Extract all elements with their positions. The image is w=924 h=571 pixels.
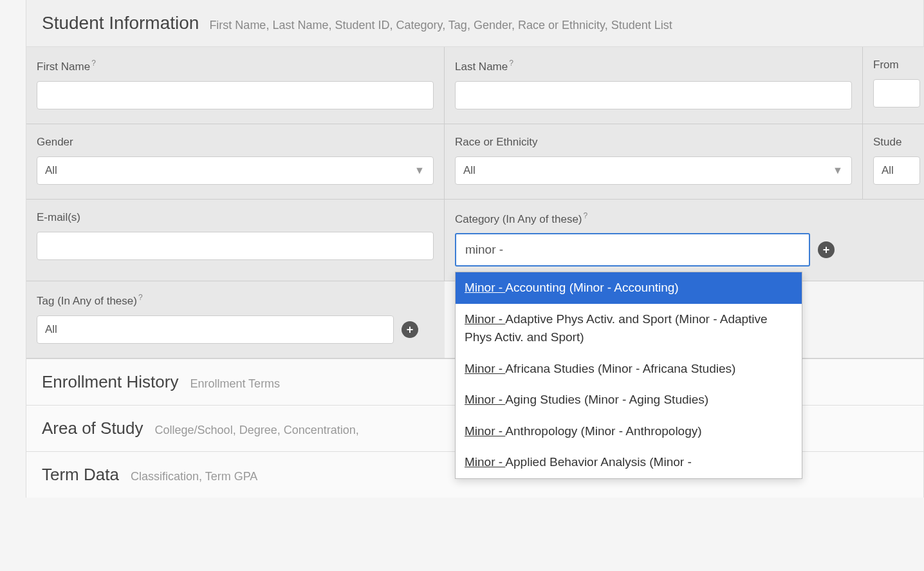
field-student-list: Stude All — [863, 124, 924, 200]
first-name-input[interactable] — [37, 81, 434, 109]
section-subtitle: College/School, Degree, Concentration, — [155, 424, 359, 437]
field-email: E-mail(s) — [26, 200, 445, 282]
field-category: Category (In Any of these)? Minor - Acco… — [445, 200, 924, 282]
dropdown-option[interactable]: Minor - Applied Behavior Analysis (Minor… — [456, 447, 802, 478]
field-tag: Tag (In Any of these)? All + — [26, 281, 445, 359]
help-icon[interactable]: ? — [584, 211, 588, 220]
plus-icon: + — [823, 244, 830, 256]
student-list-label: Stude — [873, 136, 901, 149]
section-subtitle: First Name, Last Name, Student ID, Categ… — [209, 19, 672, 32]
race-select[interactable]: All — [455, 156, 852, 185]
help-icon[interactable]: ? — [91, 59, 96, 68]
dropdown-option[interactable]: Minor - Adaptive Phys Activ. and Sport (… — [456, 304, 802, 353]
dropdown-option[interactable]: Minor - Africana Studies (Minor - Africa… — [456, 353, 802, 385]
category-label: Category (In Any of these)? — [455, 211, 587, 226]
plus-icon: + — [407, 324, 414, 335]
race-label: Race or Ethnicity — [455, 136, 538, 149]
section-title: Student Information — [42, 13, 199, 33]
dropdown-option[interactable]: Minor - Anthropology (Minor - Anthropolo… — [456, 416, 802, 447]
tag-label: Tag (In Any of these)? — [37, 293, 143, 308]
tag-select[interactable]: All — [37, 315, 394, 344]
field-from: From — [863, 47, 924, 124]
add-tag-button[interactable]: + — [402, 321, 418, 338]
section-title: Area of Study — [42, 418, 143, 438]
email-input[interactable] — [37, 232, 434, 260]
last-name-input[interactable] — [455, 81, 852, 109]
section-student-information[interactable]: Student Information First Name, Last Nam… — [26, 0, 924, 47]
help-icon[interactable]: ? — [138, 293, 143, 302]
section-subtitle: Enrollment Terms — [190, 377, 280, 391]
gender-select[interactable]: All — [37, 156, 434, 185]
dropdown-option[interactable]: Minor - Aging Studies (Minor - Aging Stu… — [456, 384, 802, 416]
student-info-fields: First Name? Last Name? From Gender All ▼ — [26, 47, 924, 359]
field-gender: Gender All ▼ — [26, 124, 445, 200]
from-input[interactable] — [873, 79, 920, 108]
category-input[interactable] — [455, 233, 810, 267]
section-title: Term Data — [42, 465, 119, 485]
field-first-name: First Name? — [26, 47, 445, 124]
student-list-select[interactable]: All — [873, 156, 920, 185]
email-label: E-mail(s) — [37, 211, 80, 224]
category-dropdown[interactable]: Minor - Accounting (Minor - Accounting)M… — [455, 272, 802, 479]
add-category-button[interactable]: + — [818, 241, 835, 258]
from-label: From — [873, 59, 899, 71]
last-name-label: Last Name? — [455, 59, 513, 73]
help-icon[interactable]: ? — [509, 59, 513, 68]
dropdown-option[interactable]: Minor - Accounting (Minor - Accounting) — [456, 272, 802, 304]
section-title: Enrollment History — [42, 372, 178, 392]
gender-label: Gender — [37, 136, 73, 149]
first-name-label: First Name? — [37, 59, 96, 73]
field-last-name: Last Name? — [445, 47, 863, 124]
field-race: Race or Ethnicity All ▼ — [445, 124, 863, 200]
section-subtitle: Classification, Term GPA — [131, 470, 257, 483]
